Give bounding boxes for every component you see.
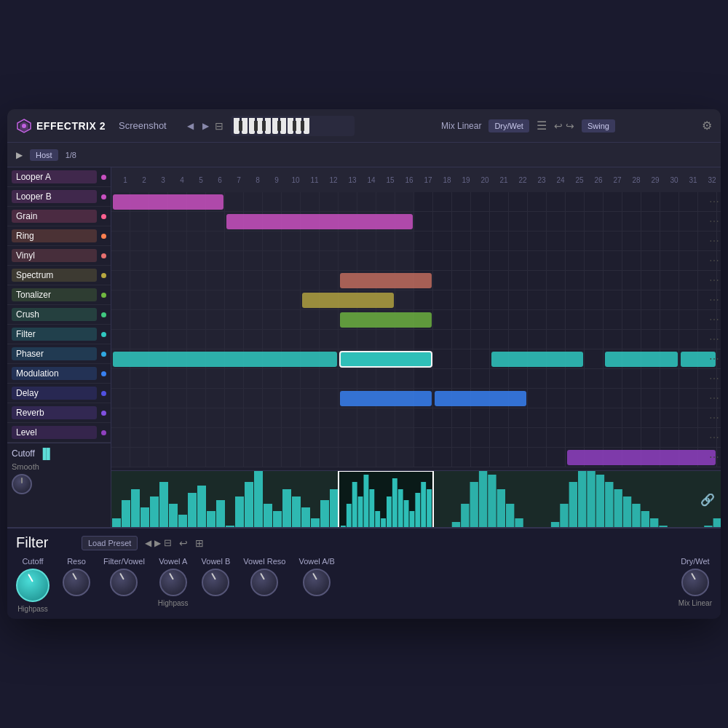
grid-cell-8-19[interactable] <box>471 349 490 368</box>
track-options-11[interactable]: ⋯ <box>709 412 719 424</box>
grid-cell-10-1[interactable] <box>130 389 149 408</box>
grid-cell-5-15[interactable] <box>395 290 414 309</box>
grid-cell-12-10[interactable] <box>301 428 320 447</box>
grid-cell-4-20[interactable] <box>490 271 509 290</box>
grid-cell-5-16[interactable] <box>414 290 433 309</box>
grid-cell-10-4[interactable] <box>187 389 206 408</box>
grid-cell-7-13[interactable] <box>357 330 376 349</box>
grid-cell-3-12[interactable] <box>339 251 357 270</box>
grid-cell-13-10[interactable] <box>301 448 320 467</box>
grid-cell-12-9[interactable] <box>282 428 301 447</box>
knob-1[interactable] <box>63 569 90 596</box>
knob-3[interactable] <box>159 569 187 596</box>
grid-cell-4-9[interactable] <box>282 271 301 290</box>
grid-cell-7-8[interactable] <box>263 330 282 349</box>
grid-cell-6-6[interactable] <box>225 310 244 329</box>
grid-cell-12-27[interactable] <box>622 428 641 447</box>
save-preset-btn[interactable]: ⊟ <box>215 120 223 132</box>
grid-cell-11-15[interactable] <box>395 408 414 427</box>
dry-wet-button[interactable]: Dry/Wet <box>488 119 529 132</box>
grid-cell-13-14[interactable] <box>376 448 395 467</box>
grid-cell-2-22[interactable] <box>528 232 547 250</box>
grid-cell-11-3[interactable] <box>168 408 187 427</box>
host-label[interactable]: Host <box>30 149 58 161</box>
grid-cell-13-19[interactable] <box>471 448 490 467</box>
grid-cell-3-15[interactable] <box>395 251 414 270</box>
grid-cell-11-26[interactable] <box>604 408 622 427</box>
grid-cell-12-29[interactable] <box>660 428 679 447</box>
grid-cell-10-10[interactable] <box>301 389 320 408</box>
hamburger-icon[interactable]: ☰ <box>537 119 547 132</box>
bars-icon[interactable]: ▐▌ <box>39 448 54 459</box>
grid-cell-5-4[interactable] <box>187 290 206 309</box>
grid-cell-12-0[interactable] <box>111 428 130 447</box>
grid-cell-6-27[interactable] <box>622 310 641 329</box>
grid-cell-1-25[interactable] <box>585 212 604 231</box>
grid-cell-9-13[interactable] <box>357 369 376 388</box>
grid-row-12[interactable]: ⋯ <box>111 428 721 448</box>
grid-cell-9-16[interactable] <box>414 369 433 388</box>
grid-cell-2-27[interactable] <box>622 232 641 250</box>
grid-cell-10-0[interactable] <box>111 389 130 408</box>
grid-cell-6-25[interactable] <box>585 310 604 329</box>
grid-cell-11-14[interactable] <box>376 408 395 427</box>
grid-cell-5-26[interactable] <box>604 290 622 309</box>
grid-cell-4-28[interactable] <box>641 271 660 290</box>
grid-cell-6-8[interactable] <box>263 310 282 329</box>
grid-cell-4-5[interactable] <box>206 271 225 290</box>
grid-cell-9-20[interactable] <box>490 369 509 388</box>
grid-cell-4-21[interactable] <box>509 271 528 290</box>
grid-cell-4-8[interactable] <box>263 271 282 290</box>
grid-cell-7-22[interactable] <box>528 330 547 349</box>
grid-cell-1-4[interactable] <box>187 212 206 231</box>
grid-row-9[interactable]: ⋯ <box>111 369 721 389</box>
grid-cell-6-7[interactable] <box>244 310 263 329</box>
grid-cell-4-26[interactable] <box>604 271 622 290</box>
grid-cell-11-19[interactable] <box>471 408 490 427</box>
grid-cell-9-19[interactable] <box>471 369 490 388</box>
grid-cell-9-30[interactable] <box>679 369 698 388</box>
grid-cell-5-19[interactable] <box>471 290 490 309</box>
grid-cell-3-13[interactable] <box>357 251 376 270</box>
grid-cell-13-7[interactable] <box>244 448 263 467</box>
grid-cell-6-28[interactable] <box>641 310 660 329</box>
grid-cell-11-22[interactable] <box>528 408 547 427</box>
clip-row8-beat0[interactable] <box>113 352 337 367</box>
grid-cell-11-11[interactable] <box>320 408 339 427</box>
grid-cell-2-18[interactable] <box>452 232 471 250</box>
grid-cell-13-15[interactable] <box>395 448 414 467</box>
grid-cell-5-20[interactable] <box>490 290 509 309</box>
grid-cell-0-8[interactable] <box>263 192 282 211</box>
grid-cell-1-3[interactable] <box>168 212 187 231</box>
grid-cell-11-28[interactable] <box>641 408 660 427</box>
track-options-7[interactable]: ⋯ <box>709 333 719 345</box>
grid-cell-6-17[interactable] <box>433 310 452 329</box>
grid-cell-11-4[interactable] <box>187 408 206 427</box>
grid-cell-5-21[interactable] <box>509 290 528 309</box>
grid-cell-7-14[interactable] <box>376 330 395 349</box>
redo-button[interactable]: ↪ <box>566 120 574 132</box>
grid-cell-2-13[interactable] <box>357 232 376 250</box>
grid-cell-3-30[interactable] <box>679 251 698 270</box>
grid-cell-13-9[interactable] <box>282 448 301 467</box>
grid-cell-9-3[interactable] <box>168 369 187 388</box>
grid-cell-11-29[interactable] <box>660 408 679 427</box>
grid-cell-10-5[interactable] <box>206 389 225 408</box>
grid-cell-1-21[interactable] <box>509 212 528 231</box>
grid-cell-0-7[interactable] <box>244 192 263 211</box>
grid-cell-9-10[interactable] <box>301 369 320 388</box>
grid-cell-7-20[interactable] <box>490 330 509 349</box>
grid-cell-12-6[interactable] <box>225 428 244 447</box>
track-options-0[interactable]: ⋯ <box>709 196 719 207</box>
grid-cell-8-18[interactable] <box>452 349 471 368</box>
grid-cell-9-4[interactable] <box>187 369 206 388</box>
grid-cell-1-28[interactable] <box>641 212 660 231</box>
grid-cell-0-29[interactable] <box>660 192 679 211</box>
grid-cell-2-11[interactable] <box>320 232 339 250</box>
grid-cell-11-30[interactable] <box>679 408 698 427</box>
grid-cell-1-2[interactable] <box>149 212 168 231</box>
knob-6[interactable] <box>303 569 331 596</box>
grid-cell-7-11[interactable] <box>320 330 339 349</box>
grid-cell-12-14[interactable] <box>376 428 395 447</box>
grid-cell-5-8[interactable] <box>263 290 282 309</box>
